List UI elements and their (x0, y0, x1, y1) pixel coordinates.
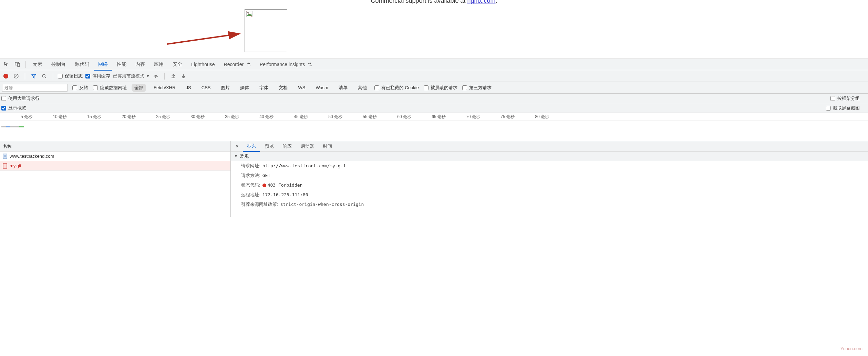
clear-icon[interactable] (12, 72, 20, 80)
devtools-tabs: 元素 控制台 源代码 网络 性能 内存 应用 安全 Lighthouse Rec… (0, 59, 868, 70)
ftype-doc[interactable]: 文档 (276, 84, 290, 92)
tab-performance[interactable]: 性能 (113, 59, 131, 70)
timeline-tick: 5 毫秒 (0, 113, 34, 120)
group-frame-checkbox[interactable]: 按框架分组 (830, 95, 860, 102)
svg-line-5 (167, 34, 239, 44)
document-icon (3, 154, 8, 159)
request-row-error[interactable]: my.gif (0, 161, 230, 171)
status-error-icon (262, 184, 266, 187)
dtab-headers[interactable]: 标头 (243, 141, 260, 152)
ftype-fetch[interactable]: Fetch/XHR (151, 84, 178, 91)
tab-elements[interactable]: 元素 (29, 59, 46, 70)
kv-value: GET (262, 173, 270, 178)
tab-perf-insights[interactable]: Performance insights ⚗ (256, 59, 316, 70)
export-har-icon[interactable] (180, 72, 187, 80)
kv-key: 请求方法: (241, 173, 260, 178)
tab-recorder[interactable]: Recorder ⚗ (220, 59, 255, 70)
header-kv-row: 远程地址:172.16.225.111:80 (231, 190, 868, 200)
timeline-overview[interactable]: 5 毫秒10 毫秒15 毫秒20 毫秒25 毫秒30 毫秒35 毫秒40 毫秒4… (0, 113, 868, 141)
screenshots-checkbox[interactable]: 截取屏幕截图 (826, 105, 860, 111)
invert-checkbox[interactable]: 反转 (72, 85, 88, 91)
ftype-media[interactable]: 媒体 (237, 84, 252, 92)
detail-tabs: × 标头 预览 响应 启动器 时间 (231, 141, 868, 151)
tab-console[interactable]: 控制台 (47, 59, 70, 70)
dtab-preview[interactable]: 预览 (261, 141, 278, 151)
inspect-icon[interactable] (3, 61, 10, 68)
header-kv-row: 状态代码:403 Forbidden (231, 180, 868, 190)
filter-input[interactable] (2, 84, 68, 92)
close-icon[interactable]: × (232, 143, 242, 149)
search-icon[interactable] (40, 72, 48, 80)
large-rows-checkbox[interactable]: 使用大量请求行 (1, 95, 40, 102)
timeline-tick: 55 毫秒 (344, 113, 379, 120)
opts-row-1: 使用大量请求行 按框架分组 (0, 94, 868, 103)
annotation-arrow-1 (167, 30, 246, 48)
section-general[interactable]: ▼常规 (231, 151, 868, 161)
svg-point-10 (42, 74, 45, 77)
record-button[interactable] (2, 72, 10, 80)
blocked-cookies-checkbox[interactable]: 有已拦截的 Cookie (374, 85, 419, 91)
ftype-js[interactable]: JS (183, 84, 194, 91)
ftype-other[interactable]: 其他 (355, 84, 370, 92)
timeline-tick: 70 毫秒 (448, 113, 482, 120)
tab-application[interactable]: 应用 (150, 59, 168, 70)
tab-memory[interactable]: 内存 (131, 59, 149, 70)
filter-bar: 反转 隐藏数据网址 全部 Fetch/XHR JS CSS 图片 媒体 字体 文… (0, 82, 868, 94)
kv-key: 引荐来源网址政策: (241, 202, 278, 207)
third-party-checkbox[interactable]: 第三方请求 (462, 85, 492, 91)
blocked-requests-checkbox[interactable]: 被屏蔽的请求 (424, 85, 457, 91)
show-overview-checkbox[interactable]: 显示概览 (1, 105, 26, 111)
import-har-icon[interactable] (169, 72, 177, 80)
request-list-pane: 名称 www.testbackend.com my.gif (0, 141, 231, 217)
timeline-tick: 40 毫秒 (241, 113, 276, 120)
ftype-all[interactable]: 全部 (132, 84, 146, 92)
nginx-link[interactable]: nginx.com (467, 0, 496, 4)
svg-line-11 (45, 77, 46, 78)
request-row[interactable]: www.testbackend.com (0, 151, 230, 161)
ftype-manifest[interactable]: 清单 (336, 84, 350, 92)
filter-icon[interactable] (30, 72, 38, 80)
nginx-support-text: Commercial support is available at nginx… (371, 0, 497, 4)
ftype-ws[interactable]: WS (295, 84, 308, 91)
tab-network[interactable]: 网络 (94, 59, 112, 71)
list-header-name[interactable]: 名称 (0, 141, 230, 151)
ftype-font[interactable]: 字体 (257, 84, 271, 92)
kv-key: 请求网址: (241, 163, 260, 168)
tab-sources[interactable]: 源代码 (71, 59, 93, 70)
request-detail-pane: × 标头 预览 响应 启动器 时间 ▼常规 请求网址:http://www.te… (231, 141, 868, 217)
timeline-tick: 45 毫秒 (276, 113, 310, 120)
disable-cache-checkbox[interactable]: 停用缓存 (85, 73, 110, 79)
throttle-select[interactable]: 已停用节流模式 ▾ (113, 73, 149, 79)
network-toolbar: 保留日志 停用缓存 已停用节流模式 ▾ (0, 70, 868, 82)
header-kv-row: 请求方法:GET (231, 171, 868, 180)
tab-lighthouse[interactable]: Lighthouse (187, 59, 219, 70)
ftype-wasm[interactable]: Wasm (313, 84, 331, 91)
dtab-response[interactable]: 响应 (279, 141, 296, 151)
kv-key: 远程地址: (241, 192, 260, 197)
request-name: www.testbackend.com (10, 154, 54, 159)
hide-data-urls-checkbox[interactable]: 隐藏数据网址 (93, 85, 127, 91)
beaker-icon: ⚗ (246, 62, 251, 67)
page-content-area: Commercial support is available at nginx… (0, 0, 868, 59)
timeline-tick: 30 毫秒 (172, 113, 207, 120)
request-name: my.gif (10, 163, 21, 168)
header-kv-row: 引荐来源网址政策:strict-origin-when-cross-origin (231, 200, 868, 209)
svg-line-3 (246, 11, 252, 17)
network-split: 名称 www.testbackend.com my.gif × 标头 预览 响应… (0, 141, 868, 217)
timeline-tick: 50 毫秒 (310, 113, 344, 120)
kv-value: 403 Forbidden (262, 182, 303, 188)
tab-security[interactable]: 安全 (168, 59, 186, 70)
network-conditions-icon[interactable] (152, 72, 159, 80)
device-toggle-icon[interactable] (14, 61, 21, 68)
preserve-log-checkbox[interactable]: 保留日志 (58, 73, 83, 79)
timeline-tick: 10 毫秒 (34, 113, 69, 120)
beaker-icon: ⚗ (308, 62, 312, 67)
dtab-initiator[interactable]: 启动器 (297, 141, 318, 151)
ftype-css[interactable]: CSS (199, 84, 214, 91)
chevron-down-icon: ▼ (234, 154, 238, 158)
timeline-tick: 80 毫秒 (517, 113, 551, 120)
opts-row-2: 显示概览 截取屏幕截图 (0, 103, 868, 113)
ftype-img[interactable]: 图片 (218, 84, 232, 92)
timeline-tick: 35 毫秒 (207, 113, 241, 120)
dtab-timing[interactable]: 时间 (319, 141, 336, 151)
